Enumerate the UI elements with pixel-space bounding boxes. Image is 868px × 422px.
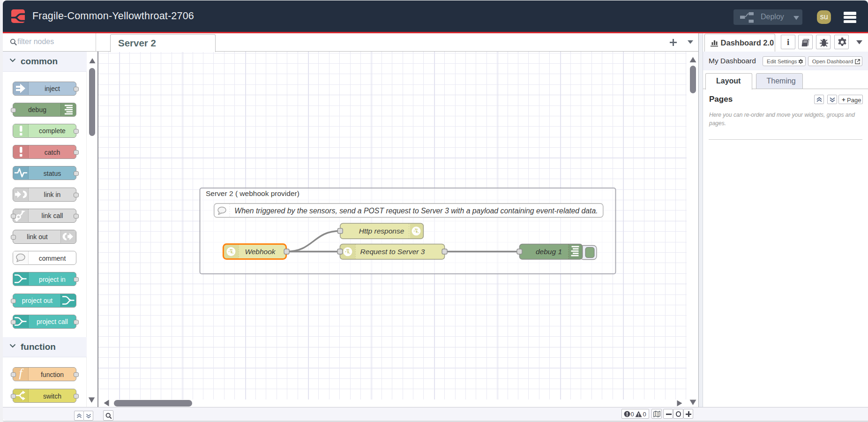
- svg-text:Request to Server 3: Request to Server 3: [360, 248, 425, 256]
- svg-text:debug 1: debug 1: [536, 248, 562, 256]
- svg-text:When triggered by the sensors,: When triggered by the sensors, send a PO…: [234, 207, 598, 215]
- svg-text:f: f: [19, 368, 24, 380]
- svg-text:Webhook: Webhook: [245, 248, 276, 256]
- svg-text:Http response: Http response: [359, 227, 404, 235]
- svg-text:Server 2 ( webhook provider): Server 2 ( webhook provider): [206, 189, 299, 197]
